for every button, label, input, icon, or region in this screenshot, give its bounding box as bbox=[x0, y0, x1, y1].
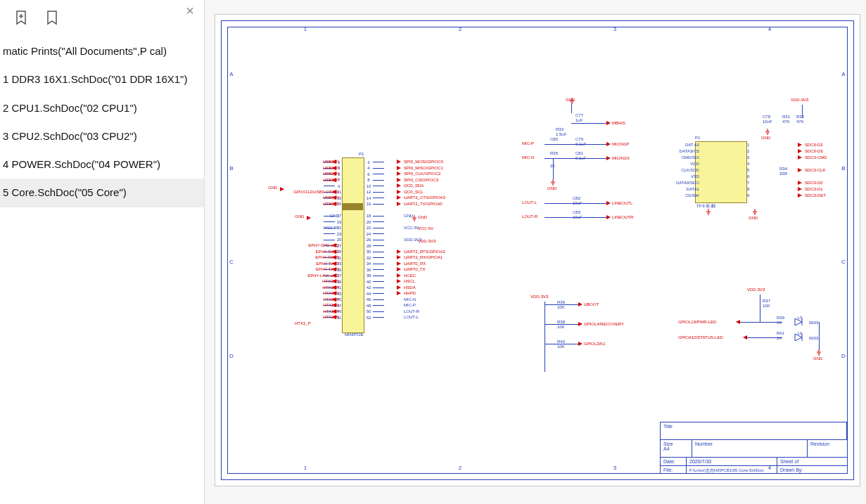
nav-sidebar: × matic Prints("All Documents",P cal) 1 … bbox=[0, 0, 205, 504]
nav-item-schematic-prints[interactable]: matic Prints("All Documents",P cal) bbox=[0, 37, 204, 65]
title-block: Title Size A4 Number Revision Date: bbox=[660, 422, 847, 473]
minipcie-name: MINIPCIE bbox=[345, 332, 364, 337]
nav-item-power[interactable]: 4 POWER.SchDoc("04 POWER") bbox=[0, 150, 204, 179]
sd-cluster: VDD-3V3 C78 10nF R31 47K R32 47K GND P1 bbox=[685, 98, 840, 224]
nav-item-cpu2[interactable]: 3 CPU2.SchDoc("03 CPU2") bbox=[0, 122, 204, 150]
nav-item-ddr3[interactable]: 1 DDR3 16X1.SchDoc("01 DDR 16X1") bbox=[0, 65, 204, 93]
tb-title: Title bbox=[661, 422, 847, 439]
r-vdd: VDD-3V3 bbox=[418, 239, 435, 244]
row-marks-left: A B C D bbox=[227, 27, 236, 403]
bookmark-list: matic Prints("All Documents",P cal) 1 DD… bbox=[0, 37, 204, 207]
col-marks-top: 1 2 3 4 bbox=[228, 26, 847, 36]
bookmark-add-icon[interactable] bbox=[14, 10, 28, 27]
row-marks-right: A B C D bbox=[839, 27, 848, 403]
bookmark-icon[interactable] bbox=[45, 10, 59, 27]
gnd-stub: GND bbox=[268, 186, 277, 190]
schematic-workspace: 1 2 3 4 1 2 3 4 A B C D bbox=[205, 0, 866, 504]
minipcie-ref: P1 bbox=[359, 152, 364, 156]
schematic-sheet[interactable]: 1 2 3 4 1 2 3 4 A B C D bbox=[215, 14, 860, 486]
minipcie-gnd-left: GND bbox=[295, 214, 304, 219]
nav-item-cpu1[interactable]: 2 CPU1.SchDoc("02 CPU1") bbox=[0, 94, 204, 122]
close-icon[interactable]: × bbox=[186, 3, 194, 19]
nav-item-core[interactable]: 5 Core.SchDoc("05 Core") bbox=[0, 179, 204, 207]
r-gnd: GND bbox=[418, 215, 427, 220]
leds-cluster: VDD-3V3 R37 10K GPIOL10/PWR-LED R39 1K L… bbox=[678, 287, 833, 386]
minipcie-chip bbox=[342, 157, 364, 333]
htx2p: HTX2_P bbox=[295, 321, 311, 326]
buttons-cluster: VDD-3V3 R36 10K UBOOT R38 10K GPIOL4/ bbox=[523, 295, 636, 379]
audio-cluster: GND C77 1uF MBIAS R33 1.5uF MIC-P bbox=[516, 98, 629, 245]
r-vcc: VCC-5V bbox=[418, 226, 433, 231]
